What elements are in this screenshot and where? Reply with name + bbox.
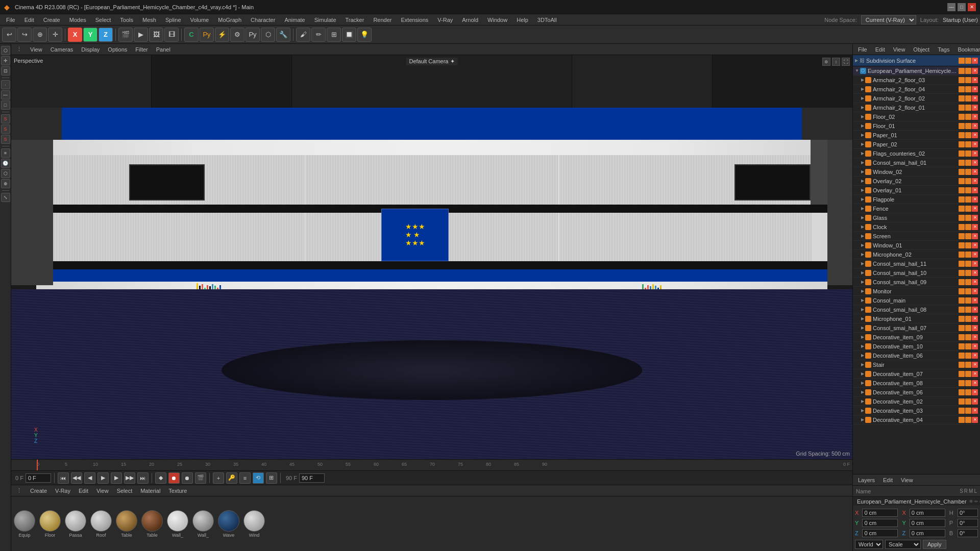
mat-vray[interactable]: V-Ray <box>52 487 74 494</box>
left-material[interactable]: ⬡ <box>1 169 10 178</box>
menu-vray[interactable]: V-Ray <box>433 16 457 24</box>
toolbar-script3[interactable]: Py <box>246 28 260 42</box>
coord-y-pos[interactable] <box>862 519 898 527</box>
obj-decorative07[interactable]: ▶Decorative_item_07✕ <box>853 369 980 379</box>
obj-clock[interactable]: ▶Clock✕ <box>853 222 980 232</box>
toolbar-model-x[interactable]: X <box>68 28 82 42</box>
pb-auto-key[interactable]: ⏺ <box>182 472 193 484</box>
toolbar-move[interactable]: ✛ <box>48 28 62 42</box>
obj-consol-smai-hail01[interactable]: ▶Consol_smai_hail_01✕ <box>853 158 980 167</box>
toolbar-model-y[interactable]: Y <box>83 28 97 42</box>
obj-overlay02[interactable]: ▶Overlay_02✕ <box>853 177 980 186</box>
vt-view[interactable]: View <box>27 46 45 53</box>
mat-material[interactable]: Material <box>137 487 163 494</box>
toolbar-script5[interactable]: 🔧 <box>276 28 290 42</box>
layers-tab[interactable]: Layers <box>855 477 878 484</box>
left-subdiv[interactable]: S <box>1 124 10 134</box>
timeline[interactable]: 0 5 10 15 20 25 30 35 40 45 50 55 60 65 … <box>11 459 852 470</box>
viewport-fullscreen-icon[interactable]: ⛶ <box>842 58 850 66</box>
om-tab-view[interactable]: View <box>890 46 909 53</box>
minimize-button[interactable]: — <box>947 3 955 11</box>
left-deform[interactable]: ⤡ <box>1 193 10 202</box>
toolbar-paint[interactable]: 🖌 <box>296 28 310 42</box>
toolbar-py-icon[interactable]: Py <box>200 28 214 42</box>
menu-mograph[interactable]: MoGraph <box>214 16 246 24</box>
toolbar-render-region[interactable]: 🎬 <box>118 28 133 42</box>
left-layers[interactable]: ≡ <box>1 148 10 158</box>
obj-monitor[interactable]: ▶Monitor✕ <box>853 287 980 296</box>
coord-x-size[interactable] <box>910 509 945 517</box>
apply-button[interactable]: Apply <box>923 540 946 549</box>
mat-create[interactable]: Create <box>27 487 50 494</box>
vt-filter[interactable]: Filter <box>132 46 151 53</box>
left-snapping[interactable]: ⊕ <box>1 179 10 188</box>
obj-armchair-floor02[interactable]: ▶Armchair_2_floor_02✕ <box>853 94 980 103</box>
obj-stair[interactable]: ▶Stair✕ <box>853 360 980 369</box>
pb-prev-key[interactable]: ◀◀ <box>71 472 82 484</box>
coord-h-val[interactable] <box>958 509 978 517</box>
toolbar-render-viewport[interactable]: ▶ <box>134 28 148 42</box>
mat-menu[interactable]: ⋮ <box>13 487 25 494</box>
menu-volume[interactable]: Volume <box>186 16 213 24</box>
pb-last-frame[interactable]: ⏭ <box>137 472 149 484</box>
material-passa[interactable]: Passa <box>64 510 87 538</box>
obj-consol-smai09[interactable]: ▶Consol_smai_hail_09✕ <box>853 278 980 287</box>
vt-panel[interactable]: Panel <box>153 46 174 53</box>
node-space-dropdown[interactable]: Current (V-Ray) <box>861 15 916 24</box>
obj-screen[interactable]: ▶Screen✕ <box>853 232 980 241</box>
material-wall1[interactable]: Wall_ <box>166 510 189 538</box>
vt-cameras[interactable]: Cameras <box>47 46 77 53</box>
obj-window01[interactable]: ▶Window_01✕ <box>853 241 980 250</box>
vt-options[interactable]: Options <box>105 46 130 53</box>
left-edges[interactable]: — <box>1 90 10 99</box>
coord-x-pos[interactable] <box>862 509 898 517</box>
obj-armchair-floor04[interactable]: ▶Armchair_2_floor_04✕ <box>853 85 980 94</box>
material-wind[interactable]: Wind <box>243 510 265 538</box>
obj-paper02[interactable]: ▶Paper_02✕ <box>853 140 980 149</box>
obj-decorative06b[interactable]: ▶Decorative_item_06✕ <box>853 388 980 397</box>
obj-microphone02[interactable]: ▶Microphone_02✕ <box>853 250 980 259</box>
coord-z-size[interactable] <box>910 529 945 537</box>
material-wall2[interactable]: Wall_ <box>192 510 214 538</box>
toolbar-model-z[interactable]: Z <box>99 28 113 42</box>
menu-tracker[interactable]: Tracker <box>341 16 369 24</box>
obj-parent[interactable]: ▼ ⬡ European_Parliament_Hemicycle_Chambe… <box>853 66 980 76</box>
pb-add-key[interactable]: + <box>213 472 224 484</box>
end-frame-input[interactable] <box>299 473 325 483</box>
coord-system-dropdown[interactable]: World Local <box>855 540 883 549</box>
pb-prev-frame[interactable]: ◀ <box>84 472 95 484</box>
obj-flags-counteries[interactable]: ▶Flags_counteries_02✕ <box>853 149 980 158</box>
obj-decorative04[interactable]: ▶Decorative_item_04✕ <box>853 415 980 424</box>
toolbar-render-picture[interactable]: 🖼 <box>149 28 163 42</box>
toolbar-light[interactable]: 💡 <box>357 28 372 42</box>
left-move-tool[interactable]: ✛ <box>1 56 10 65</box>
maximize-button[interactable]: □ <box>958 3 966 11</box>
left-scale-tool[interactable]: ⊡ <box>1 66 10 76</box>
vt-display[interactable]: Display <box>78 46 103 53</box>
obj-fence[interactable]: ▶Fence✕ <box>853 204 980 213</box>
obj-microphone01[interactable]: ▶Microphone_01✕ <box>853 314 980 323</box>
layers-edit[interactable]: Edit <box>880 477 896 484</box>
obj-paper01[interactable]: ▶Paper_01✕ <box>853 131 980 140</box>
material-floor[interactable]: Floor <box>39 510 61 538</box>
menu-help[interactable]: Help <box>512 16 532 24</box>
pb-next-frame[interactable]: ▶ <box>111 472 122 484</box>
layer-row-main[interactable]: European_Parliament_Hemicycle_Chamber 👁 … <box>853 497 980 506</box>
om-tab-object[interactable]: Object <box>910 46 933 53</box>
om-tab-tags[interactable]: Tags <box>935 46 952 53</box>
menu-mesh[interactable]: Mesh <box>138 16 160 24</box>
menu-spline[interactable]: Spline <box>161 16 185 24</box>
viewport-expand-icon[interactable]: ↕ <box>832 58 840 66</box>
menu-window[interactable]: Window <box>483 16 511 24</box>
obj-consol-main[interactable]: ▶Consol_main✕ <box>853 296 980 305</box>
pb-motion-clip[interactable]: 🎬 <box>195 472 206 484</box>
coord-y-size[interactable] <box>910 519 945 527</box>
obj-consol-smai07[interactable]: ▶Consol_smai_hail_07✕ <box>853 323 980 333</box>
left-select-tool[interactable]: ⬡ <box>1 46 10 55</box>
menu-arnold[interactable]: Arnold <box>458 16 482 24</box>
material-table2[interactable]: Table <box>141 510 163 538</box>
material-wave[interactable]: Wave <box>217 510 240 538</box>
toolbar-render-anim[interactable]: 🎞 <box>164 28 179 42</box>
toolbar-grid[interactable]: ⊞ <box>327 28 341 42</box>
toolbar-script4[interactable]: ⬡ <box>261 28 275 42</box>
